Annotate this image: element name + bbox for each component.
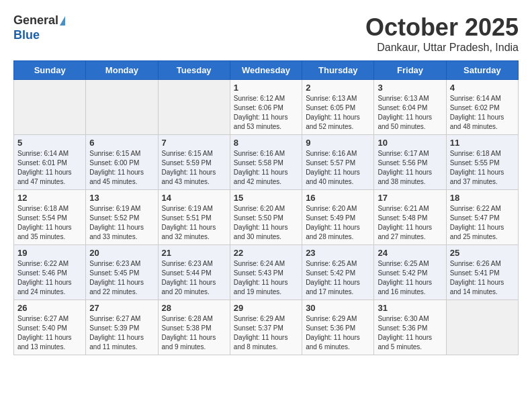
title-block: October 2025 Dankaur, Uttar Pradesh, Ind…	[365, 13, 519, 54]
day-info: Sunrise: 6:23 AM Sunset: 5:45 PM Dayligh…	[89, 259, 154, 297]
day-info: Sunrise: 6:19 AM Sunset: 5:52 PM Dayligh…	[89, 204, 154, 242]
calendar-cell: 4Sunrise: 6:14 AM Sunset: 6:02 PM Daylig…	[446, 80, 518, 135]
day-number: 18	[450, 193, 515, 203]
day-number: 10	[378, 138, 442, 148]
day-info: Sunrise: 6:30 AM Sunset: 5:36 PM Dayligh…	[378, 314, 442, 352]
day-info: Sunrise: 6:14 AM Sunset: 6:02 PM Dayligh…	[450, 94, 515, 132]
calendar-cell: 28Sunrise: 6:28 AM Sunset: 5:38 PM Dayli…	[158, 300, 230, 355]
day-number: 7	[162, 138, 226, 148]
calendar-cell: 25Sunrise: 6:26 AM Sunset: 5:41 PM Dayli…	[446, 245, 518, 300]
day-info: Sunrise: 6:27 AM Sunset: 5:39 PM Dayligh…	[89, 314, 154, 352]
day-number: 3	[378, 83, 442, 93]
day-header-thursday: Thursday	[302, 61, 374, 80]
month-title: October 2025	[365, 13, 519, 42]
calendar-cell: 7Sunrise: 6:15 AM Sunset: 5:59 PM Daylig…	[158, 135, 230, 190]
day-header-wednesday: Wednesday	[230, 61, 302, 80]
day-header-friday: Friday	[374, 61, 446, 80]
calendar-cell: 16Sunrise: 6:20 AM Sunset: 5:49 PM Dayli…	[302, 190, 374, 245]
day-info: Sunrise: 6:12 AM Sunset: 6:06 PM Dayligh…	[234, 94, 298, 132]
calendar-cell	[158, 80, 230, 135]
day-info: Sunrise: 6:14 AM Sunset: 6:01 PM Dayligh…	[17, 149, 82, 187]
calendar-cell: 19Sunrise: 6:22 AM Sunset: 5:46 PM Dayli…	[14, 245, 86, 300]
day-info: Sunrise: 6:17 AM Sunset: 5:56 PM Dayligh…	[378, 149, 442, 187]
day-number: 24	[378, 248, 442, 258]
calendar-cell: 18Sunrise: 6:22 AM Sunset: 5:47 PM Dayli…	[446, 190, 518, 245]
day-info: Sunrise: 6:25 AM Sunset: 5:42 PM Dayligh…	[378, 259, 442, 297]
day-info: Sunrise: 6:13 AM Sunset: 6:04 PM Dayligh…	[378, 94, 442, 132]
day-info: Sunrise: 6:22 AM Sunset: 5:46 PM Dayligh…	[17, 259, 82, 297]
calendar-cell: 13Sunrise: 6:19 AM Sunset: 5:52 PM Dayli…	[86, 190, 158, 245]
day-number: 22	[234, 248, 298, 258]
day-info: Sunrise: 6:16 AM Sunset: 5:57 PM Dayligh…	[306, 149, 370, 187]
day-number: 2	[306, 83, 370, 93]
logo-general: General	[13, 13, 58, 27]
day-number: 11	[450, 138, 515, 148]
calendar-cell: 20Sunrise: 6:23 AM Sunset: 5:45 PM Dayli…	[86, 245, 158, 300]
logo: General Blue	[13, 13, 65, 42]
calendar-cell: 9Sunrise: 6:16 AM Sunset: 5:57 PM Daylig…	[302, 135, 374, 190]
day-number: 28	[162, 303, 226, 313]
day-header-sunday: Sunday	[14, 61, 86, 80]
day-info: Sunrise: 6:18 AM Sunset: 5:54 PM Dayligh…	[17, 204, 82, 242]
day-number: 23	[306, 248, 370, 258]
calendar-cell: 27Sunrise: 6:27 AM Sunset: 5:39 PM Dayli…	[86, 300, 158, 355]
calendar-cell: 3Sunrise: 6:13 AM Sunset: 6:04 PM Daylig…	[374, 80, 446, 135]
day-number: 8	[234, 138, 298, 148]
day-number: 26	[17, 303, 82, 313]
day-header-saturday: Saturday	[446, 61, 518, 80]
calendar-cell: 15Sunrise: 6:20 AM Sunset: 5:50 PM Dayli…	[230, 190, 302, 245]
day-header-tuesday: Tuesday	[158, 61, 230, 80]
day-info: Sunrise: 6:25 AM Sunset: 5:42 PM Dayligh…	[306, 259, 370, 297]
day-number: 29	[234, 303, 298, 313]
day-info: Sunrise: 6:16 AM Sunset: 5:58 PM Dayligh…	[234, 149, 298, 187]
day-info: Sunrise: 6:20 AM Sunset: 5:50 PM Dayligh…	[234, 204, 298, 242]
day-number: 17	[378, 193, 442, 203]
day-info: Sunrise: 6:13 AM Sunset: 6:05 PM Dayligh…	[306, 94, 370, 132]
calendar-cell: 31Sunrise: 6:30 AM Sunset: 5:36 PM Dayli…	[374, 300, 446, 355]
day-number: 12	[17, 193, 82, 203]
day-number: 9	[306, 138, 370, 148]
calendar-week-4: 19Sunrise: 6:22 AM Sunset: 5:46 PM Dayli…	[14, 245, 519, 300]
day-number: 13	[89, 193, 154, 203]
day-info: Sunrise: 6:15 AM Sunset: 5:59 PM Dayligh…	[162, 149, 226, 187]
day-number: 15	[234, 193, 298, 203]
calendar-week-5: 26Sunrise: 6:27 AM Sunset: 5:40 PM Dayli…	[14, 300, 519, 355]
calendar-cell: 2Sunrise: 6:13 AM Sunset: 6:05 PM Daylig…	[302, 80, 374, 135]
calendar-cell: 6Sunrise: 6:15 AM Sunset: 6:00 PM Daylig…	[86, 135, 158, 190]
day-number: 25	[450, 248, 515, 258]
calendar-cell: 23Sunrise: 6:25 AM Sunset: 5:42 PM Dayli…	[302, 245, 374, 300]
calendar-cell: 29Sunrise: 6:29 AM Sunset: 5:37 PM Dayli…	[230, 300, 302, 355]
day-info: Sunrise: 6:18 AM Sunset: 5:55 PM Dayligh…	[450, 149, 515, 187]
calendar-cell: 10Sunrise: 6:17 AM Sunset: 5:56 PM Dayli…	[374, 135, 446, 190]
calendar-cell: 8Sunrise: 6:16 AM Sunset: 5:58 PM Daylig…	[230, 135, 302, 190]
calendar-week-3: 12Sunrise: 6:18 AM Sunset: 5:54 PM Dayli…	[14, 190, 519, 245]
calendar-header-row: SundayMondayTuesdayWednesdayThursdayFrid…	[14, 61, 519, 80]
day-info: Sunrise: 6:19 AM Sunset: 5:51 PM Dayligh…	[162, 204, 226, 242]
day-info: Sunrise: 6:28 AM Sunset: 5:38 PM Dayligh…	[162, 314, 226, 352]
calendar-cell: 26Sunrise: 6:27 AM Sunset: 5:40 PM Dayli…	[14, 300, 86, 355]
day-info: Sunrise: 6:20 AM Sunset: 5:49 PM Dayligh…	[306, 204, 370, 242]
day-header-monday: Monday	[86, 61, 158, 80]
day-number: 20	[89, 248, 154, 258]
day-number: 30	[306, 303, 370, 313]
day-info: Sunrise: 6:29 AM Sunset: 5:36 PM Dayligh…	[306, 314, 370, 352]
calendar-cell: 1Sunrise: 6:12 AM Sunset: 6:06 PM Daylig…	[230, 80, 302, 135]
day-number: 4	[450, 83, 515, 93]
day-info: Sunrise: 6:22 AM Sunset: 5:47 PM Dayligh…	[450, 204, 515, 242]
day-info: Sunrise: 6:27 AM Sunset: 5:40 PM Dayligh…	[17, 314, 82, 352]
day-info: Sunrise: 6:29 AM Sunset: 5:37 PM Dayligh…	[234, 314, 298, 352]
day-number: 14	[162, 193, 226, 203]
day-info: Sunrise: 6:26 AM Sunset: 5:41 PM Dayligh…	[450, 259, 515, 297]
calendar-cell	[446, 300, 518, 355]
calendar-cell: 11Sunrise: 6:18 AM Sunset: 5:55 PM Dayli…	[446, 135, 518, 190]
location: Dankaur, Uttar Pradesh, India	[365, 42, 519, 54]
day-number: 16	[306, 193, 370, 203]
calendar-cell: 21Sunrise: 6:23 AM Sunset: 5:44 PM Dayli…	[158, 245, 230, 300]
calendar-table: SundayMondayTuesdayWednesdayThursdayFrid…	[13, 60, 519, 355]
day-number: 1	[234, 83, 298, 93]
day-info: Sunrise: 6:21 AM Sunset: 5:48 PM Dayligh…	[378, 204, 442, 242]
day-number: 5	[17, 138, 82, 148]
day-info: Sunrise: 6:24 AM Sunset: 5:43 PM Dayligh…	[234, 259, 298, 297]
calendar-cell: 24Sunrise: 6:25 AM Sunset: 5:42 PM Dayli…	[374, 245, 446, 300]
day-info: Sunrise: 6:23 AM Sunset: 5:44 PM Dayligh…	[162, 259, 226, 297]
